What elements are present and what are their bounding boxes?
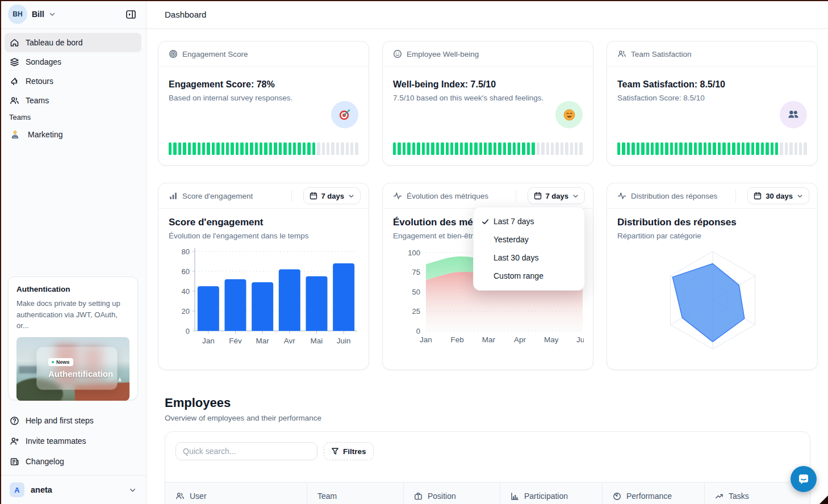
avatar[interactable]: BH (8, 5, 27, 24)
stat-subtitle: 7.5/10 based on this week's shared feeli… (393, 94, 583, 102)
chart-subtitle: Évolution de l'engagement dans le temps (169, 232, 358, 240)
svg-text:Jan: Jan (420, 335, 432, 344)
promo-city-shape (19, 366, 38, 373)
employees-table-card: Filtres User Team Position (165, 431, 810, 504)
promo-image-title: Authentification (48, 369, 117, 379)
promo-overlay-card: News Authentification (37, 347, 117, 389)
progress-bar (393, 142, 583, 155)
calendar-icon (534, 192, 542, 200)
chevron-down-icon (49, 11, 56, 18)
sidebar-item-team-marketing[interactable]: Marketing (5, 125, 141, 144)
menu-item-yesterday[interactable]: Yesterday (477, 230, 581, 249)
promo-description: Make docs private by setting up authenti… (16, 298, 129, 331)
stat-card-wellbeing: Employee Well-being Well-being Index: 7.… (382, 41, 593, 166)
column-header-position[interactable]: Position (404, 482, 500, 504)
workspace-avatar: A (10, 482, 24, 497)
bar-chart-icon (169, 191, 178, 200)
svg-text:75: 75 (412, 268, 420, 276)
activity-icon (393, 191, 402, 200)
workspace-switcher[interactable]: A aneta (5, 480, 141, 500)
range-button[interactable]: 7 days (528, 187, 585, 204)
stat-title: Well-being Index: 7.5/10 (393, 79, 583, 90)
sidebar-item-help[interactable]: Help and first steps (5, 411, 141, 430)
news-badge: News (48, 358, 73, 366)
svg-text:Jan: Jan (202, 337, 215, 345)
briefcase-icon (414, 492, 423, 501)
chart-card-header: Évolution des métriques 7 days (383, 183, 593, 209)
employees-title: Employees (165, 396, 231, 410)
chart-card-body: Distribution des réponses Répartition pa… (607, 209, 817, 354)
avatar-initials: BH (12, 10, 22, 18)
sidebar-item-feedback[interactable]: Retours (5, 72, 141, 91)
svg-text:Jun: Jun (576, 335, 584, 344)
column-label: Participation (524, 492, 568, 501)
chart-title: Score d'engagement (169, 217, 358, 228)
svg-text:Mai: Mai (311, 337, 323, 345)
panel-collapse-icon (126, 9, 136, 20)
header-divider (516, 190, 516, 202)
page-title: Dashboard (165, 10, 206, 19)
progress-bar (617, 142, 807, 155)
menu-item-custom-range[interactable]: Custom range (477, 267, 581, 285)
column-header-participation[interactable]: Participation (500, 482, 603, 504)
chart-card-body: Score d'engagement Évolution de l'engage… (158, 209, 369, 347)
range-button[interactable]: 7 days (303, 187, 361, 204)
window-edge-left (0, 0, 1, 504)
promo-card-authentication[interactable]: Authentication Make docs private by sett… (8, 276, 138, 400)
sidebar-item-surveys[interactable]: Sondages (5, 52, 141, 72)
header-divider (291, 190, 292, 202)
sidebar-item-changelog[interactable]: Changelog (5, 452, 141, 471)
menu-item-last-7-days[interactable]: Last 7 days (477, 212, 581, 230)
column-header-team[interactable]: Team (307, 482, 404, 504)
sidebar: BH Bill Tableau de bord (0, 0, 147, 504)
table-header-row: User Team Position Participation (165, 482, 810, 504)
promo-image: News Authentification (16, 337, 129, 401)
layers-icon (10, 57, 19, 67)
menu-item-label: Last 7 days (494, 217, 534, 226)
column-label: Team (317, 492, 337, 501)
news-dot-icon (52, 361, 54, 363)
sidebar-item-teams[interactable]: Teams (5, 91, 141, 110)
sidebar-item-label: Changelog (26, 457, 64, 466)
sidebar-item-invite[interactable]: Invite teammates (5, 431, 141, 451)
chevron-down-icon (348, 193, 354, 199)
progress-bar (169, 142, 358, 155)
menu-item-last-30-days[interactable]: Last 30 days (477, 249, 581, 267)
chart-card-header: Distribution des réponses 30 days (607, 183, 817, 209)
chart-card-header-label: Distribution des réponses (631, 192, 717, 200)
column-header-user[interactable]: User (165, 482, 307, 504)
workspace-name: aneta (31, 485, 52, 494)
svg-text:60: 60 (182, 267, 190, 276)
chart-card-response-distribution: Distribution des réponses 30 days Distri… (607, 183, 818, 370)
collapse-sidebar-button[interactable] (123, 7, 139, 22)
chat-launcher-button[interactable] (791, 466, 817, 492)
svg-text:50: 50 (412, 288, 420, 296)
help-circle-icon (10, 416, 19, 426)
search-input[interactable] (175, 442, 317, 460)
sidebar-item-label: Invite teammates (26, 436, 86, 446)
filters-button[interactable]: Filtres (324, 442, 374, 460)
svg-text:May: May (544, 335, 559, 344)
home-icon (10, 38, 19, 48)
user-name[interactable]: Bill (32, 10, 44, 19)
stat-card-engagement: Engagement Score Engagement Score: 78% B… (158, 41, 369, 166)
sidebar-item-dashboard[interactable]: Tableau de bord (5, 33, 141, 52)
promo-title: Authentication (16, 285, 129, 293)
employees-subtitle: Overview of employees and their performa… (165, 414, 321, 422)
chart-card-header-label: Score d'engagement (182, 192, 253, 200)
promo-sail-shape (118, 377, 122, 381)
dart-target-emoji (331, 101, 358, 128)
chevron-down-icon (797, 193, 803, 199)
sidebar-item-label: Retours (26, 77, 53, 86)
users-icon (175, 492, 185, 501)
stat-title: Engagement Score: 78% (169, 79, 358, 90)
column-header-performance[interactable]: Performance (603, 482, 705, 504)
column-label: User (190, 492, 207, 501)
trend-up-icon (715, 492, 724, 501)
svg-text:Fév: Fév (229, 337, 242, 345)
chevron-down-icon (572, 193, 579, 199)
sidebar-header: BH Bill (0, 0, 147, 29)
range-button[interactable]: 30 days (747, 187, 809, 204)
column-label: Performance (626, 492, 672, 501)
range-label: 7 days (321, 192, 344, 200)
